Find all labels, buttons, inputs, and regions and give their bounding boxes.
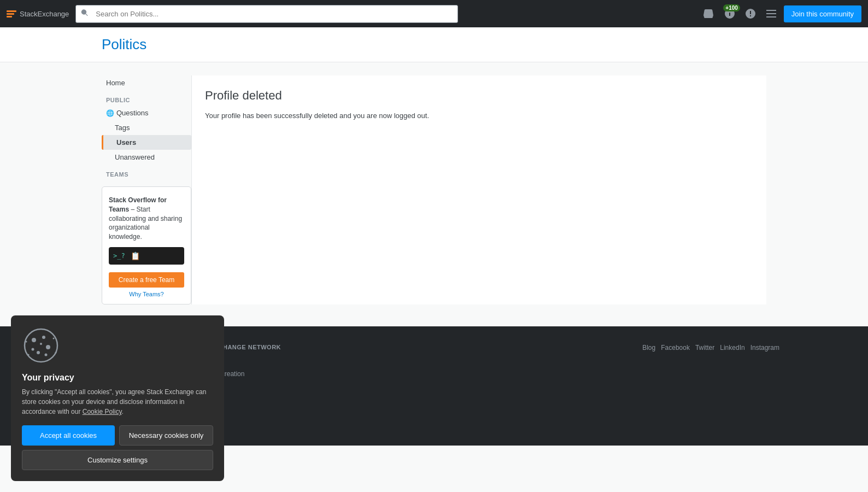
tags-link[interactable]: Tags (102, 120, 191, 135)
achievement-badge: +100 (723, 4, 740, 11)
sidebar-item-users[interactable]: Users (102, 135, 191, 150)
globe-icon: 🌐 (106, 109, 114, 117)
necessary-cookies-button[interactable]: Necessary cookies only (119, 425, 213, 446)
cookie-buttons-row: Accept all cookies Necessary cookies onl… (22, 425, 213, 446)
main-content: Profile deleted Your profile has been su… (191, 75, 766, 304)
svg-point-10 (40, 343, 42, 345)
achievements-button[interactable]: +100 (722, 5, 738, 22)
search-icon (81, 9, 89, 19)
svg-point-13 (53, 338, 55, 339)
customize-settings-button[interactable]: Customize settings (22, 450, 213, 470)
accept-cookies-button[interactable]: Accept all cookies (22, 425, 115, 446)
footer-social: BlogFacebookTwitterLinkedInInstagram (642, 344, 779, 432)
public-section-label: PUBLIC (102, 90, 191, 106)
svg-point-5 (42, 336, 45, 339)
svg-point-4 (32, 338, 36, 342)
page-title: Politics (102, 36, 766, 53)
svg-point-3 (25, 329, 57, 362)
footer-social-link[interactable]: LinkedIn (720, 344, 744, 352)
search-bar (75, 5, 458, 23)
svg-point-9 (45, 354, 48, 356)
cookie-policy-link[interactable]: Cookie Policy (83, 408, 122, 415)
page-title-bar: Politics (0, 27, 868, 62)
svg-rect-2 (766, 16, 776, 17)
svg-rect-0 (766, 10, 776, 11)
teams-section-label: TEAMS (102, 165, 191, 180)
svg-point-12 (28, 354, 30, 356)
main-layout: Home PUBLIC 🌐Questions Tags Users Unansw… (89, 62, 779, 304)
sidebar-item-home[interactable]: Home (102, 75, 191, 90)
questions-link[interactable]: 🌐Questions (102, 106, 191, 120)
teams-learn-link[interactable]: Why Teams? (109, 291, 184, 297)
users-link[interactable]: Users (102, 135, 191, 150)
help-button[interactable] (742, 5, 759, 22)
teams-note-icon: 📋 (131, 251, 140, 260)
cookie-banner: Your privacy By clicking "Accept all coo… (11, 315, 224, 481)
footer-social-link[interactable]: Twitter (695, 344, 714, 352)
svg-point-7 (37, 351, 40, 354)
svg-point-6 (46, 345, 50, 349)
cookie-title: Your privacy (22, 373, 213, 383)
header-actions: +100 Join this community (700, 5, 861, 22)
menu-button[interactable] (763, 7, 779, 21)
cookie-icon (22, 326, 60, 365)
teams-terminal: >_? 📋 (109, 247, 184, 265)
logo-text: StackExchange (20, 10, 69, 18)
svg-point-8 (32, 348, 34, 351)
teams-box: Stack Overflow for Teams – Start collabo… (102, 186, 191, 304)
site-logo[interactable]: StackExchange (7, 10, 69, 18)
profile-deleted-heading: Profile deleted (205, 89, 753, 103)
unanswered-link[interactable]: Unanswered (102, 150, 191, 165)
sidebar: Home PUBLIC 🌐Questions Tags Users Unansw… (102, 75, 191, 304)
join-community-button[interactable]: Join this community (784, 5, 861, 22)
inbox-button[interactable] (700, 5, 717, 22)
header: StackExchange +100 Join this community (0, 0, 868, 27)
svg-point-14 (55, 352, 57, 354)
home-link[interactable]: Home (102, 75, 191, 90)
footer-social-link[interactable]: Blog (642, 344, 655, 352)
sidebar-item-questions[interactable]: 🌐Questions (102, 106, 191, 120)
teams-description: Stack Overflow for Teams – Start collabo… (109, 196, 184, 242)
search-input[interactable] (75, 5, 458, 23)
footer-social-link[interactable]: Instagram (750, 344, 779, 352)
cookie-text: By clicking "Accept all cookies", you ag… (22, 387, 213, 417)
svg-point-11 (26, 341, 27, 343)
footer-social-link[interactable]: Facebook (661, 344, 690, 352)
stack-exchange-icon (7, 10, 16, 17)
sidebar-item-tags[interactable]: Tags (102, 120, 191, 135)
terminal-prompt: >_? (113, 252, 125, 260)
sidebar-item-unanswered[interactable]: Unanswered (102, 150, 191, 165)
create-team-button[interactable]: Create a free Team (109, 272, 184, 288)
svg-rect-1 (766, 13, 776, 14)
profile-deleted-message: Your profile has been successfully delet… (205, 112, 753, 120)
